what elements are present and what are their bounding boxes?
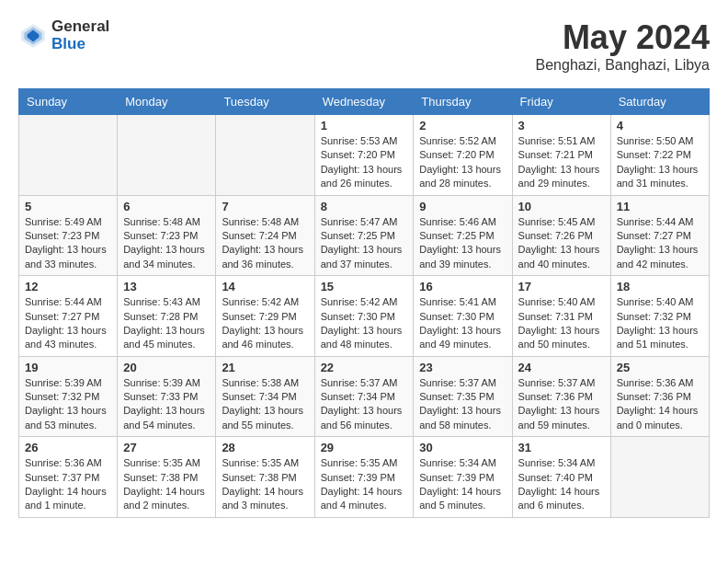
calendar-cell [610, 437, 709, 518]
title-block: May 2024 Benghazi, Banghazi, Libya [536, 18, 710, 74]
calendar-cell: 13Sunrise: 5:43 AMSunset: 7:28 PMDayligh… [118, 276, 216, 357]
day-number: 28 [222, 441, 308, 454]
day-info: Sunrise: 5:53 AMSunset: 7:20 PMDaylight:… [321, 134, 408, 191]
day-number: 30 [419, 441, 506, 454]
day-info: Sunrise: 5:35 AMSunset: 7:39 PMDaylight:… [321, 456, 408, 513]
weekday-header-tuesday: Tuesday [216, 89, 314, 115]
calendar-cell: 21Sunrise: 5:38 AMSunset: 7:34 PMDayligh… [216, 356, 314, 437]
day-number: 25 [617, 361, 703, 374]
calendar-cell: 16Sunrise: 5:41 AMSunset: 7:30 PMDayligh… [414, 276, 512, 357]
day-info: Sunrise: 5:40 AMSunset: 7:31 PMDaylight:… [518, 295, 605, 352]
location: Benghazi, Banghazi, Libya [536, 57, 710, 74]
calendar-cell: 12Sunrise: 5:44 AMSunset: 7:27 PMDayligh… [19, 276, 118, 357]
day-info: Sunrise: 5:35 AMSunset: 7:38 PMDaylight:… [222, 456, 308, 513]
day-number: 29 [321, 441, 408, 454]
day-info: Sunrise: 5:50 AMSunset: 7:22 PMDaylight:… [617, 134, 703, 191]
calendar-week-4: 19Sunrise: 5:39 AMSunset: 7:32 PMDayligh… [19, 356, 710, 437]
logo-general: General [51, 18, 109, 36]
day-info: Sunrise: 5:37 AMSunset: 7:35 PMDaylight:… [419, 376, 506, 433]
calendar-cell: 25Sunrise: 5:36 AMSunset: 7:36 PMDayligh… [610, 356, 709, 437]
day-info: Sunrise: 5:42 AMSunset: 7:29 PMDaylight:… [222, 295, 308, 352]
day-number: 22 [321, 361, 408, 374]
weekday-header-saturday: Saturday [610, 89, 709, 115]
day-number: 5 [25, 200, 111, 213]
day-number: 13 [123, 280, 210, 293]
calendar: SundayMondayTuesdayWednesdayThursdayFrid… [18, 88, 710, 518]
day-number: 1 [321, 119, 408, 132]
day-info: Sunrise: 5:43 AMSunset: 7:28 PMDaylight:… [123, 295, 210, 352]
day-number: 18 [617, 280, 703, 293]
day-number: 31 [518, 441, 605, 454]
day-info: Sunrise: 5:34 AMSunset: 7:40 PMDaylight:… [518, 456, 605, 513]
logo-icon [18, 21, 48, 51]
weekday-header-sunday: Sunday [19, 89, 118, 115]
day-number: 16 [419, 280, 506, 293]
day-number: 23 [419, 361, 506, 374]
month-title: May 2024 [536, 18, 710, 57]
day-number: 21 [222, 361, 308, 374]
calendar-cell: 8Sunrise: 5:47 AMSunset: 7:25 PMDaylight… [314, 195, 414, 276]
logo-blue: Blue [51, 36, 109, 53]
day-info: Sunrise: 5:37 AMSunset: 7:36 PMDaylight:… [518, 376, 605, 433]
day-info: Sunrise: 5:44 AMSunset: 7:27 PMDaylight:… [25, 295, 111, 352]
calendar-cell: 24Sunrise: 5:37 AMSunset: 7:36 PMDayligh… [512, 356, 610, 437]
calendar-cell: 17Sunrise: 5:40 AMSunset: 7:31 PMDayligh… [512, 276, 610, 357]
day-info: Sunrise: 5:42 AMSunset: 7:30 PMDaylight:… [321, 295, 408, 352]
calendar-cell: 14Sunrise: 5:42 AMSunset: 7:29 PMDayligh… [216, 276, 314, 357]
day-number: 20 [123, 361, 210, 374]
day-info: Sunrise: 5:40 AMSunset: 7:32 PMDaylight:… [617, 295, 703, 352]
day-number: 14 [222, 280, 308, 293]
day-info: Sunrise: 5:48 AMSunset: 7:24 PMDaylight:… [222, 215, 308, 272]
day-info: Sunrise: 5:44 AMSunset: 7:27 PMDaylight:… [617, 215, 703, 272]
calendar-cell: 27Sunrise: 5:35 AMSunset: 7:38 PMDayligh… [118, 437, 216, 518]
day-info: Sunrise: 5:47 AMSunset: 7:25 PMDaylight:… [321, 215, 408, 272]
day-number: 10 [518, 200, 605, 213]
day-info: Sunrise: 5:36 AMSunset: 7:37 PMDaylight:… [25, 456, 111, 513]
day-info: Sunrise: 5:48 AMSunset: 7:23 PMDaylight:… [123, 215, 210, 272]
day-number: 9 [419, 200, 506, 213]
calendar-cell: 29Sunrise: 5:35 AMSunset: 7:39 PMDayligh… [314, 437, 414, 518]
calendar-cell: 19Sunrise: 5:39 AMSunset: 7:32 PMDayligh… [19, 356, 118, 437]
weekday-header-wednesday: Wednesday [314, 89, 414, 115]
calendar-week-5: 26Sunrise: 5:36 AMSunset: 7:37 PMDayligh… [19, 437, 710, 518]
day-number: 27 [123, 441, 210, 454]
calendar-week-1: 1Sunrise: 5:53 AMSunset: 7:20 PMDaylight… [19, 115, 710, 196]
day-number: 11 [617, 200, 703, 213]
day-number: 12 [25, 280, 111, 293]
day-info: Sunrise: 5:51 AMSunset: 7:21 PMDaylight:… [518, 134, 605, 191]
day-number: 24 [518, 361, 605, 374]
logo: General Blue [18, 18, 109, 52]
day-number: 17 [518, 280, 605, 293]
calendar-cell: 1Sunrise: 5:53 AMSunset: 7:20 PMDaylight… [314, 115, 414, 196]
page-header: General Blue May 2024 Benghazi, Banghazi… [18, 18, 710, 74]
calendar-cell: 18Sunrise: 5:40 AMSunset: 7:32 PMDayligh… [610, 276, 709, 357]
day-info: Sunrise: 5:45 AMSunset: 7:26 PMDaylight:… [518, 215, 605, 272]
calendar-cell: 9Sunrise: 5:46 AMSunset: 7:25 PMDaylight… [414, 195, 512, 276]
calendar-week-3: 12Sunrise: 5:44 AMSunset: 7:27 PMDayligh… [19, 276, 710, 357]
calendar-cell: 2Sunrise: 5:52 AMSunset: 7:20 PMDaylight… [414, 115, 512, 196]
day-number: 3 [518, 119, 605, 132]
day-number: 4 [617, 119, 703, 132]
calendar-cell: 20Sunrise: 5:39 AMSunset: 7:33 PMDayligh… [118, 356, 216, 437]
day-info: Sunrise: 5:38 AMSunset: 7:34 PMDaylight:… [222, 376, 308, 433]
day-number: 8 [321, 200, 408, 213]
calendar-cell: 11Sunrise: 5:44 AMSunset: 7:27 PMDayligh… [610, 195, 709, 276]
day-number: 2 [419, 119, 506, 132]
calendar-cell: 10Sunrise: 5:45 AMSunset: 7:26 PMDayligh… [512, 195, 610, 276]
calendar-cell: 3Sunrise: 5:51 AMSunset: 7:21 PMDaylight… [512, 115, 610, 196]
calendar-cell: 15Sunrise: 5:42 AMSunset: 7:30 PMDayligh… [314, 276, 414, 357]
day-info: Sunrise: 5:39 AMSunset: 7:32 PMDaylight:… [25, 376, 111, 433]
calendar-cell [118, 115, 216, 196]
weekday-header-friday: Friday [512, 89, 610, 115]
calendar-cell: 23Sunrise: 5:37 AMSunset: 7:35 PMDayligh… [414, 356, 512, 437]
calendar-cell: 6Sunrise: 5:48 AMSunset: 7:23 PMDaylight… [118, 195, 216, 276]
day-number: 26 [25, 441, 111, 454]
calendar-cell [216, 115, 314, 196]
calendar-cell: 31Sunrise: 5:34 AMSunset: 7:40 PMDayligh… [512, 437, 610, 518]
calendar-cell: 22Sunrise: 5:37 AMSunset: 7:34 PMDayligh… [314, 356, 414, 437]
day-info: Sunrise: 5:36 AMSunset: 7:36 PMDaylight:… [617, 376, 703, 433]
calendar-cell: 4Sunrise: 5:50 AMSunset: 7:22 PMDaylight… [610, 115, 709, 196]
calendar-week-2: 5Sunrise: 5:49 AMSunset: 7:23 PMDaylight… [19, 195, 710, 276]
calendar-cell: 30Sunrise: 5:34 AMSunset: 7:39 PMDayligh… [414, 437, 512, 518]
weekday-header-thursday: Thursday [414, 89, 512, 115]
